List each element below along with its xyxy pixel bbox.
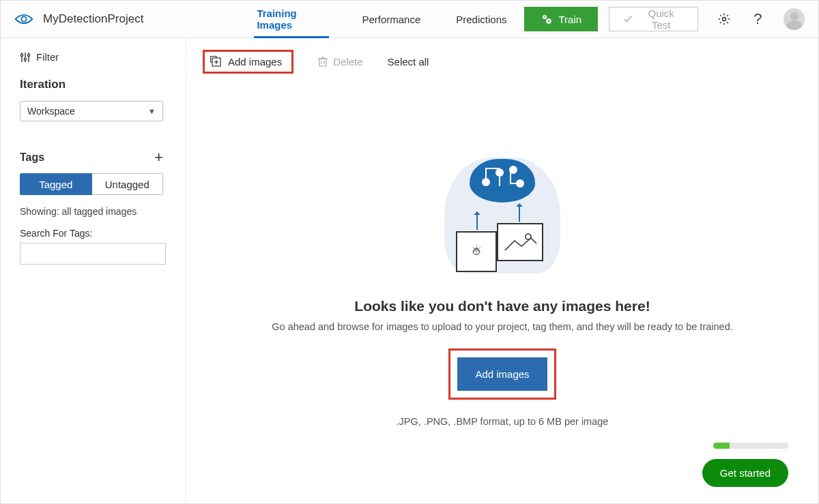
tab-training-images[interactable]: Training Images xyxy=(239,1,344,38)
content-toolbar: Add images Delete Select all xyxy=(186,47,818,76)
tab-performance[interactable]: Performance xyxy=(344,1,438,38)
header-bar: MyDetectionProject Training Images Perfo… xyxy=(1,1,818,38)
empty-heading: Looks like you don't have any images her… xyxy=(214,298,791,314)
add-tag-button[interactable]: + xyxy=(154,150,163,165)
onboarding-progress xyxy=(713,443,788,449)
chevron-down-icon: ▼ xyxy=(148,107,156,115)
delete-button: Delete xyxy=(318,56,362,68)
svg-point-9 xyxy=(20,54,23,56)
settings-gear-icon[interactable] xyxy=(716,11,732,27)
search-tags-label: Search For Tags: xyxy=(20,228,167,239)
content-area: Add images Delete Select all Looks like … xyxy=(186,39,818,503)
get-started-button[interactable]: Get started xyxy=(702,459,788,487)
gears-icon xyxy=(541,13,553,25)
project-name: MyDetectionProject xyxy=(43,12,143,26)
help-icon[interactable]: ? xyxy=(750,11,766,27)
sliders-icon xyxy=(20,52,31,63)
add-image-icon xyxy=(210,56,221,67)
trash-icon xyxy=(318,56,328,67)
empty-subtext: Go ahead and browse for images to upload… xyxy=(214,321,791,332)
svg-point-3 xyxy=(544,16,545,18)
svg-rect-19 xyxy=(319,59,326,66)
showing-status: Showing: all tagged images xyxy=(20,206,167,217)
untagged-segment[interactable]: Untagged xyxy=(92,173,164,195)
search-tags-input[interactable] xyxy=(20,243,166,265)
svg-point-10 xyxy=(24,58,26,60)
add-images-toolbar-button[interactable]: Add images xyxy=(203,50,293,74)
add-images-main-button[interactable]: Add images xyxy=(457,357,547,391)
tab-predictions[interactable]: Predictions xyxy=(438,1,524,38)
filter-sidebar: Filter Iteration Workspace ▼ Tags + Tagg… xyxy=(1,39,186,503)
iteration-select[interactable]: Workspace ▼ xyxy=(20,101,163,121)
check-icon xyxy=(623,14,633,24)
select-all-button[interactable]: Select all xyxy=(388,56,429,68)
train-button[interactable]: Train xyxy=(524,7,598,31)
svg-point-4 xyxy=(548,20,550,23)
svg-point-0 xyxy=(21,16,26,21)
nav-tabs: Training Images Performance Predictions xyxy=(239,1,524,38)
add-images-highlight: Add images xyxy=(448,349,556,400)
svg-point-5 xyxy=(722,18,725,21)
iteration-heading: Iteration xyxy=(20,78,167,91)
logo-eye-icon xyxy=(14,13,43,25)
svg-point-11 xyxy=(27,54,29,56)
empty-state: Looks like you don't have any images her… xyxy=(186,144,818,427)
tag-filter-segment: Tagged Untagged xyxy=(20,173,163,195)
tags-heading: Tags xyxy=(20,151,44,164)
filter-toggle[interactable]: Filter xyxy=(20,51,167,63)
tagged-segment[interactable]: Tagged xyxy=(20,173,92,195)
user-avatar[interactable] xyxy=(784,8,805,30)
upload-illustration xyxy=(434,144,571,280)
format-hint: .JPG, .PNG, .BMP format, up to 6 MB per … xyxy=(214,416,791,427)
quick-test-button[interactable]: Quick Test xyxy=(609,7,698,31)
